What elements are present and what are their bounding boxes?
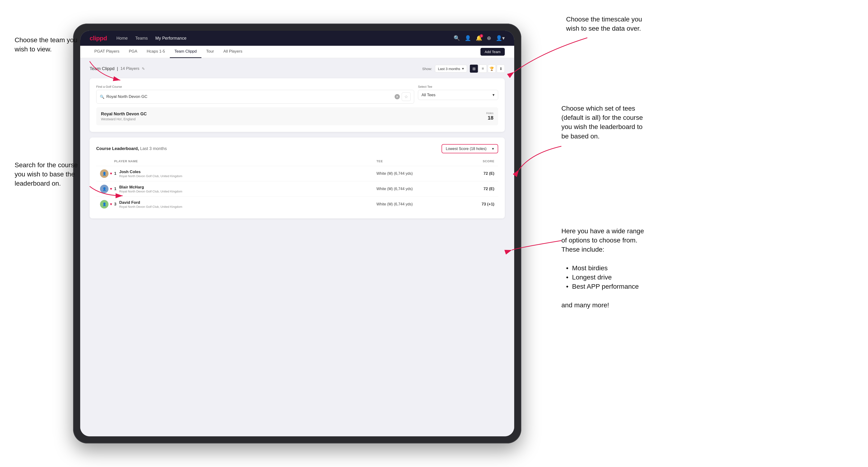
tab-pgat-players[interactable]: PGAT Players bbox=[90, 46, 124, 58]
leaderboard-card: Course Leaderboard, Last 3 months Lowest… bbox=[90, 137, 505, 218]
score-type-chevron-icon: ▾ bbox=[492, 147, 494, 151]
grid-view-button[interactable]: ⊞ bbox=[470, 65, 478, 73]
period-dropdown[interactable]: Last 3 months ▾ bbox=[435, 65, 467, 72]
search-row: Find a Golf Course 🔍 ✕ ☆ Select Tee All … bbox=[96, 85, 498, 103]
heart-icon-1: ♥ bbox=[110, 172, 112, 176]
find-course-label: Find a Golf Course bbox=[96, 85, 414, 88]
player-club-1: Royal North Devon Golf Club, United King… bbox=[119, 174, 182, 178]
score-1: 72 (E) bbox=[452, 171, 494, 176]
nav-my-performance[interactable]: My Performance bbox=[155, 36, 187, 41]
player-cell-3: 3 David Ford Royal North Devon Golf Club… bbox=[114, 200, 376, 209]
col-tee: TEE bbox=[376, 159, 452, 163]
team-header: Team Clippd | 14 Players ✎ Show: Last 3 … bbox=[90, 65, 505, 73]
player-club-3: Royal North Devon Golf Club, United King… bbox=[119, 205, 182, 209]
sub-nav: PGAT Players PGA Hcaps 1-5 Team Clippd T… bbox=[80, 46, 514, 58]
player-name-1: Josh Coles bbox=[119, 169, 182, 174]
course-search-wrap: Find a Golf Course 🔍 ✕ ☆ bbox=[96, 85, 414, 103]
tee-3: White (M) (6,744 yds) bbox=[376, 202, 452, 206]
tab-pga[interactable]: PGA bbox=[124, 46, 142, 58]
player-name-2: Blair McHarg bbox=[119, 185, 182, 190]
profile-button[interactable]: 👤 bbox=[465, 35, 471, 41]
tab-all-players[interactable]: All Players bbox=[219, 46, 247, 58]
annotation-search-course: Search for the courseyou wish to base th… bbox=[14, 160, 78, 188]
add-team-button[interactable]: Add Team bbox=[480, 48, 505, 56]
annotation-choose-team: Choose the team youwish to view. bbox=[14, 35, 78, 54]
player-cell-2: 1 Blair McHarg Royal North Devon Golf Cl… bbox=[114, 185, 376, 193]
list-view-button[interactable]: ≡ bbox=[479, 65, 487, 73]
chevron-down-icon: ▾ bbox=[462, 66, 464, 71]
avatar-2: 👤 bbox=[100, 185, 108, 193]
select-tee-label: Select Tee bbox=[418, 85, 498, 88]
col-player-name: PLAYER NAME bbox=[114, 159, 376, 163]
table-row: 👤 ♥ 1 Blair McHarg Royal North Devon Gol… bbox=[96, 181, 498, 196]
player-club-2: Royal North Devon Golf Club, United King… bbox=[119, 190, 182, 193]
heart-icon-2: ♥ bbox=[110, 187, 112, 191]
tee-1: White (M) (6,744 yds) bbox=[376, 172, 452, 176]
ipad-device: clippd Home Teams My Performance 🔍 👤 🔔 1… bbox=[73, 24, 521, 443]
course-location: Westward Ho!, England bbox=[101, 117, 147, 121]
avatar-3: 👤 bbox=[100, 200, 108, 209]
player-info-2: Blair McHarg Royal North Devon Golf Club… bbox=[119, 185, 182, 193]
table-row: 👤 ♥ 1 Josh Coles Royal North Devon Golf … bbox=[96, 166, 498, 181]
course-search-card: Find a Golf Course 🔍 ✕ ☆ Select Tee All … bbox=[90, 78, 505, 132]
settings-button[interactable]: ⊕ bbox=[487, 35, 491, 41]
notifications-button[interactable]: 🔔 1 bbox=[476, 35, 482, 41]
search-button[interactable]: 🔍 bbox=[454, 35, 460, 41]
annotation-options: Here you have a wide rangeof options to … bbox=[561, 226, 644, 310]
avatar-1: 👤 bbox=[100, 169, 108, 178]
holes-label: Holes bbox=[486, 112, 493, 115]
player-name-3: David Ford bbox=[119, 200, 182, 205]
tab-tour[interactable]: Tour bbox=[202, 46, 219, 58]
table-row: 👤 ♥ 3 David Ford Royal North Devon Golf … bbox=[96, 196, 498, 212]
edit-icon[interactable]: ✎ bbox=[142, 66, 145, 71]
course-search-input[interactable] bbox=[106, 94, 393, 99]
rank-cell-1: 👤 ♥ bbox=[100, 169, 114, 178]
leaderboard-header: Course Leaderboard, Last 3 months Lowest… bbox=[96, 144, 498, 153]
leaderboard-title-text: Course Leaderboard, bbox=[96, 146, 139, 151]
rank-cell-2: 👤 ♥ bbox=[100, 185, 114, 193]
show-controls: Show: Last 3 months ▾ ⊞ ≡ 🏆 ⬇ bbox=[422, 65, 505, 73]
tab-team-clippd[interactable]: Team Clippd bbox=[170, 46, 202, 58]
team-title: Team Clippd | 14 Players ✎ bbox=[90, 66, 145, 71]
heart-icon-3: ♥ bbox=[110, 202, 112, 206]
separator: | bbox=[117, 66, 118, 71]
tee-chevron-icon: ▾ bbox=[493, 92, 495, 97]
score-type-label: Lowest Score (18 holes) bbox=[446, 147, 487, 151]
notification-badge: 1 bbox=[480, 34, 483, 37]
course-info: Royal North Devon GC Westward Ho!, Engla… bbox=[101, 112, 147, 121]
search-input-row: 🔍 ✕ ☆ bbox=[96, 90, 414, 103]
search-icon: 🔍 bbox=[100, 95, 104, 99]
leaderboard-title: Course Leaderboard, Last 3 months bbox=[96, 146, 167, 151]
col-score: SCORE bbox=[452, 159, 494, 163]
col-rank bbox=[100, 159, 114, 163]
view-icons: ⊞ ≡ 🏆 ⬇ bbox=[470, 65, 505, 73]
show-label: Show: bbox=[422, 67, 432, 71]
course-result[interactable]: Royal North Devon GC Westward Ho!, Engla… bbox=[96, 107, 498, 125]
tee-value: All Tees bbox=[422, 93, 435, 97]
table-header: PLAYER NAME TEE SCORE bbox=[96, 158, 498, 165]
team-name: Team Clippd bbox=[90, 66, 115, 71]
logo: clippd bbox=[90, 35, 107, 42]
nav-items: Home Teams My Performance bbox=[117, 36, 444, 41]
favorite-button[interactable]: ☆ bbox=[402, 92, 411, 101]
nav-home[interactable]: Home bbox=[117, 36, 128, 41]
rank-2: 1 bbox=[114, 187, 116, 191]
clear-search-button[interactable]: ✕ bbox=[395, 94, 400, 99]
player-info-1: Josh Coles Royal North Devon Golf Club, … bbox=[119, 169, 182, 178]
annotation-timescale: Choose the timescale youwish to see the … bbox=[566, 14, 642, 33]
player-count: 14 Players bbox=[121, 66, 140, 71]
tab-hcaps[interactable]: Hcaps 1-5 bbox=[142, 46, 169, 58]
rank-3: 3 bbox=[114, 202, 116, 207]
account-button[interactable]: 👤▾ bbox=[496, 35, 505, 41]
course-name: Royal North Devon GC bbox=[101, 112, 147, 117]
tee-2: White (M) (6,744 yds) bbox=[376, 187, 452, 191]
player-cell-1: 1 Josh Coles Royal North Devon Golf Club… bbox=[114, 169, 376, 178]
trophy-view-button[interactable]: 🏆 bbox=[488, 65, 496, 73]
tee-dropdown[interactable]: All Tees ▾ bbox=[418, 90, 498, 100]
period-label: Last 3 months bbox=[438, 67, 460, 71]
leaderboard-period: Last 3 months bbox=[140, 146, 167, 151]
nav-teams[interactable]: Teams bbox=[135, 36, 148, 41]
player-info-3: David Ford Royal North Devon Golf Club, … bbox=[119, 200, 182, 209]
score-type-dropdown[interactable]: Lowest Score (18 holes) ▾ bbox=[441, 144, 498, 153]
download-button[interactable]: ⬇ bbox=[497, 65, 505, 73]
